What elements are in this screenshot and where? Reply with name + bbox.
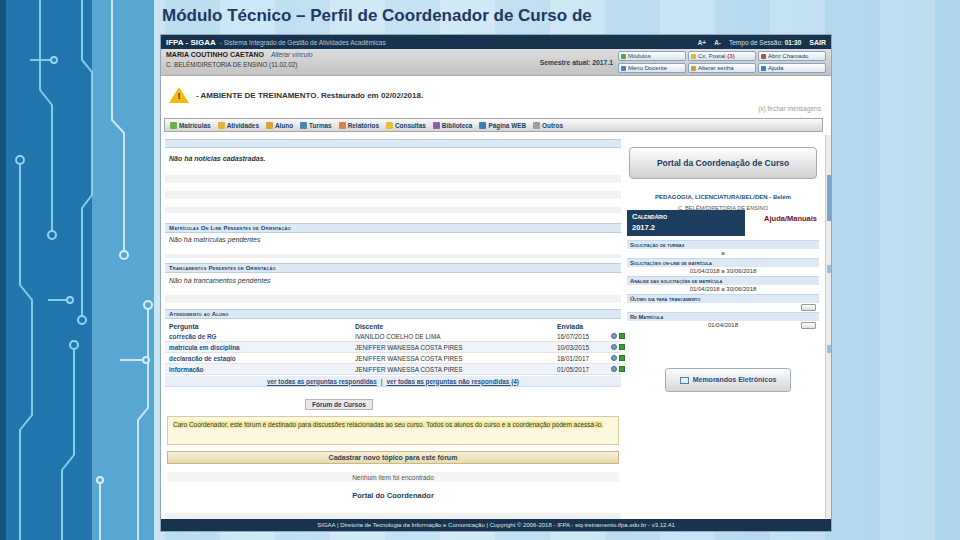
- menu-pagina-web[interactable]: Página WEB: [479, 122, 526, 129]
- menu-label: Matrículas: [179, 122, 211, 129]
- calendar-row-label: Re Matrícula: [627, 312, 819, 321]
- scrollbar-thumb[interactable]: [827, 175, 831, 221]
- app-subtitle: - Sistema Integrado de Gestão de Ativida…: [220, 39, 386, 46]
- calendar-value: 01/04/2018 a 30/06/2018: [690, 268, 757, 274]
- menu-consultas[interactable]: Consultas: [386, 122, 426, 129]
- table-row: declaração de estagio JENIFFER WANESSA C…: [165, 353, 621, 364]
- view-answer-icon[interactable]: [611, 366, 617, 372]
- stripe-rows: [165, 167, 621, 213]
- calendar-term: 2017.2: [632, 223, 740, 234]
- table-row: matrícula em disciplina JENIFFER WANESSA…: [165, 342, 621, 353]
- app-footer: SIGAA | Diretoria de Tecnologia da Infor…: [161, 519, 831, 531]
- link-separator: |: [381, 378, 383, 385]
- main-menu: Matrículas Atividades Aluno Turmas Relat…: [164, 118, 823, 132]
- session-time: 01:30: [785, 39, 802, 46]
- view-answer-icon[interactable]: [611, 344, 617, 350]
- open-ticket-button[interactable]: Abrir Chamado: [758, 51, 826, 61]
- menu-label: Turmas: [309, 122, 332, 129]
- trancamentos-empty-message: Não há trancamentos pendentes: [169, 277, 271, 284]
- menu-aluno[interactable]: Aluno: [266, 122, 293, 129]
- button-label: Menu Docente: [628, 65, 667, 71]
- sent-date: 18/01/2017: [557, 355, 605, 362]
- sent-date: 01/05/2017: [557, 366, 605, 373]
- user-name: MARIA COUTINHO CAETANO: [166, 51, 264, 58]
- modules-icon: [621, 54, 626, 59]
- semester-label: Semestre atual:: [540, 59, 591, 66]
- font-increase-button[interactable]: A+: [698, 39, 707, 46]
- button-label: Ajuda: [768, 65, 783, 71]
- teacher-menu-button[interactable]: Menu Docente: [618, 63, 686, 73]
- user-info: MARIA COUTINHO CAETANO Alterar vínculo C…: [166, 51, 313, 73]
- forum-info-box: Caro Coordenador, este fórum é destinado…: [167, 416, 619, 445]
- student-name: IVANILDO COELHO DE LIMA: [355, 333, 557, 340]
- font-decrease-button[interactable]: A-: [714, 39, 721, 46]
- menu-biblioteca[interactable]: Biblioteca: [433, 122, 473, 129]
- turmas-icon: [300, 122, 307, 129]
- table-row: correção de RG IVANILDO COELHO DE LIMA 1…: [165, 331, 621, 342]
- help-manuals-link[interactable]: Ajuda/Manuais: [764, 214, 817, 223]
- logout-button[interactable]: SAIR: [809, 39, 826, 46]
- col-pergunta: Pergunta: [169, 323, 355, 330]
- menu-label: Biblioteca: [442, 122, 473, 129]
- answered-questions-link[interactable]: ver todas as perguntas respondidas: [267, 378, 377, 385]
- modules-button[interactable]: Módulos: [618, 51, 686, 61]
- outros-icon: [533, 122, 540, 129]
- question-link[interactable]: informação: [169, 366, 355, 373]
- calendar-header: Calendário 2017.2 Ajuda/Manuais: [627, 210, 819, 236]
- mailbox-icon: [691, 54, 696, 59]
- consultas-icon: [386, 122, 393, 129]
- question-links-row: ver todas as perguntas respondidas | ver…: [165, 376, 621, 387]
- user-bar: MARIA COUTINHO CAETANO Alterar vínculo C…: [161, 49, 831, 76]
- calendar-rows: Solicitação de turmas a Solicitações on-…: [627, 240, 819, 330]
- semester-value: 2017.1: [592, 59, 613, 66]
- change-password-button[interactable]: Alterar senha: [688, 63, 756, 73]
- col-discente: Discente: [355, 323, 557, 330]
- session-timer: Tempo de Sessão: 01:30: [729, 39, 801, 46]
- course-link[interactable]: PEDAGOGIA, LICENCIATURA/BEL/DEN - Belém: [655, 194, 791, 200]
- calendar-row-label: Solicitações on-line de matrícula: [627, 258, 819, 267]
- user-unit: C. BELÉM/DIRETORIA DE ENSINO (11.02.02): [166, 61, 313, 68]
- biblioteca-icon: [433, 122, 440, 129]
- memo-button[interactable]: Memorandos Eletrônicos: [665, 368, 791, 392]
- calendar-row-value: a: [627, 249, 819, 258]
- stripe-rows: [165, 287, 621, 307]
- pagina-web-icon: [479, 122, 486, 129]
- question-link[interactable]: declaração de estagio: [169, 355, 355, 362]
- button-label: Abrir Chamado: [768, 53, 808, 59]
- student-name: JENIFFER WANESSA COSTA PIRES: [355, 344, 557, 351]
- calendar-row-label: Análise das solicitações de matrícula: [627, 276, 819, 285]
- menu-matriculas[interactable]: Matrículas: [170, 122, 211, 129]
- help-icon: [761, 66, 766, 71]
- question-link[interactable]: correção de RG: [169, 333, 355, 340]
- section-matriculas-pendentes: Matrículas On Line Pendentes de Orientaç…: [165, 223, 621, 233]
- calendar-row-label: Último dia para trancamento: [627, 294, 819, 303]
- app-brand: IFPA - SIGAA: [166, 38, 216, 47]
- col-enviada: Enviada: [557, 323, 605, 330]
- menu-outros[interactable]: Outros: [533, 122, 563, 129]
- view-answer-icon[interactable]: [611, 355, 617, 361]
- menu-atividades[interactable]: Atividades: [218, 122, 259, 129]
- view-answer-icon[interactable]: [611, 333, 617, 339]
- question-link[interactable]: matrícula em disciplina: [169, 344, 355, 351]
- vertical-scrollbar[interactable]: [825, 135, 831, 518]
- menu-relatorios[interactable]: Relatórios: [339, 122, 379, 129]
- mailbox-button[interactable]: Cx. Postal (3): [688, 51, 756, 61]
- calendar-row-value: 01/04/2018: [627, 321, 819, 330]
- forum-empty-message: Nenhum item foi encontrado: [167, 472, 619, 482]
- close-messages-link[interactable]: (x) fechar mensagens: [758, 105, 821, 112]
- calendar-detail-button[interactable]: [801, 322, 816, 329]
- change-bond-link[interactable]: Alterar vínculo: [271, 51, 313, 58]
- matriculas-icon: [170, 122, 177, 129]
- calendar-detail-button[interactable]: [801, 304, 816, 311]
- unanswered-questions-link[interactable]: ver todas as perguntas não respondidas (…: [387, 378, 519, 385]
- table-row: informação JENIFFER WANESSA COSTA PIRES …: [165, 364, 621, 375]
- help-button[interactable]: Ajuda: [758, 63, 826, 73]
- warning-icon: [169, 87, 189, 104]
- calendar-row-label: Solicitação de turmas: [627, 240, 819, 249]
- menu-turmas[interactable]: Turmas: [300, 122, 332, 129]
- calendar-value: 01/04/2018 a 30/06/2018: [690, 286, 757, 292]
- relatorios-icon: [339, 122, 346, 129]
- presentation-slide: Módulo Técnico – Perfil de Coordenador d…: [0, 0, 960, 540]
- questions-table-header: Pergunta Discente Enviada: [165, 321, 621, 331]
- new-topic-button[interactable]: Cadastrar novo tópico para este fórum: [167, 451, 619, 464]
